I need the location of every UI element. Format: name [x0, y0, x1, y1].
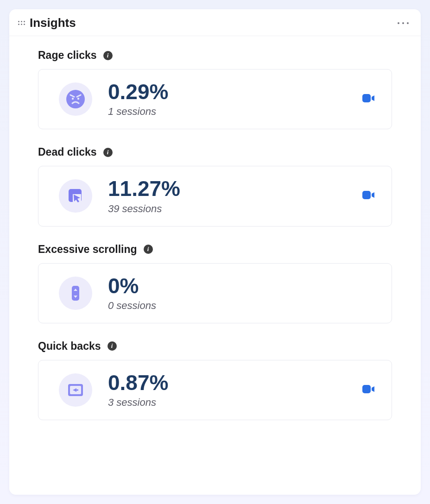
svg-rect-9	[72, 286, 79, 301]
video-icon[interactable]	[362, 93, 375, 106]
metric-value: 0%	[108, 275, 375, 297]
back-icon	[59, 373, 92, 407]
insight-title: Quick backs	[38, 340, 101, 353]
scroll-icon	[59, 277, 92, 310]
info-icon[interactable]: i	[144, 245, 153, 254]
svg-point-0	[66, 90, 85, 108]
insight-quick-backs: Quick backs i 0.87% 3 session	[38, 340, 392, 420]
svg-point-4	[77, 98, 79, 100]
metric-sessions: 1 sessions	[108, 106, 362, 118]
insight-card: 0.29% 1 sessions	[38, 69, 392, 129]
svg-rect-13	[362, 385, 371, 393]
video-icon[interactable]	[362, 384, 375, 397]
dead-click-icon	[59, 179, 92, 213]
info-icon[interactable]: i	[108, 341, 117, 351]
metric-value: 11.27%	[108, 177, 362, 200]
metric-value: 0.29%	[108, 81, 362, 103]
insight-rage-clicks: Rage clicks i	[38, 49, 392, 129]
video-icon[interactable]	[362, 189, 375, 202]
panel-title: Insights	[30, 16, 396, 30]
panel-header: Insights	[9, 9, 421, 36]
insight-title: Dead clicks	[38, 146, 97, 158]
insight-excessive-scrolling: Excessive scrolling i 0% 0 sessions	[38, 243, 392, 323]
svg-rect-5	[362, 94, 371, 102]
metric-sessions: 39 sessions	[108, 203, 362, 215]
insight-card: 0% 0 sessions	[38, 263, 392, 323]
drag-handle-icon[interactable]	[18, 19, 25, 27]
insight-dead-clicks: Dead clicks i 11.27% 39 sessions	[38, 146, 392, 226]
svg-rect-12	[76, 390, 78, 391]
metric-value: 0.87%	[108, 372, 362, 394]
info-icon[interactable]: i	[103, 148, 113, 157]
info-icon[interactable]: i	[103, 51, 113, 60]
rage-face-icon	[59, 82, 92, 116]
metric-sessions: 0 sessions	[108, 300, 375, 312]
insight-title: Excessive scrolling	[38, 243, 137, 256]
insight-title: Rage clicks	[38, 49, 97, 62]
insights-panel: Insights Rage clicks i	[9, 9, 421, 495]
insight-card: 11.27% 39 sessions	[38, 166, 392, 226]
svg-point-3	[72, 98, 74, 100]
more-menu-icon[interactable]	[396, 20, 411, 26]
svg-rect-8	[362, 191, 371, 199]
insight-card: 0.87% 3 sessions	[38, 360, 392, 420]
metric-sessions: 3 sessions	[108, 397, 362, 409]
